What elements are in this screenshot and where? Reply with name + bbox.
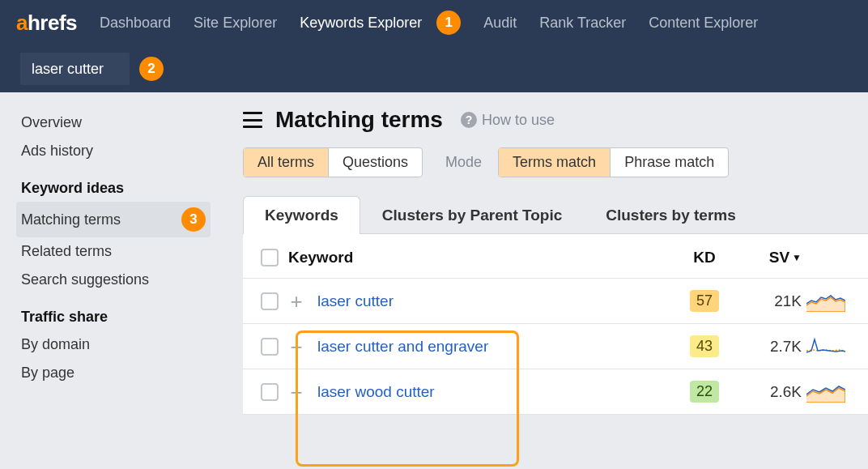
sidebar-item-matching-terms[interactable]: Matching terms 3 (16, 202, 211, 237)
nav-site-explorer[interactable]: Site Explorer (194, 15, 277, 32)
column-kd[interactable]: KD (680, 249, 729, 266)
nav-content-explorer[interactable]: Content Explorer (649, 15, 758, 32)
keyword-link[interactable]: laser cutter and engraver (317, 338, 680, 356)
sidebar-item-label: Matching terms (21, 211, 121, 228)
table-row: + laser cutter 57 21K (243, 279, 868, 324)
help-label: How to use (482, 112, 555, 129)
table-row: + laser cutter and engraver 43 2.7K (243, 324, 868, 369)
filter-terms-match[interactable]: Terms match (499, 148, 610, 177)
table-header-row: Keyword KD SV▼ (243, 234, 868, 279)
nav-rank-tracker[interactable]: Rank Tracker (539, 15, 626, 32)
trend-sparkline (802, 336, 850, 357)
sidebar: Overview Ads history Keyword ideas Match… (0, 92, 220, 469)
sidebar-section-keyword-ideas: Keyword ideas (16, 165, 211, 202)
top-nav-bar: ahrefs Dashboard Site Explorer Keywords … (0, 0, 868, 45)
keyword-link[interactable]: laser wood cutter (317, 383, 680, 401)
sidebar-item-ads-history[interactable]: Ads history (16, 137, 211, 165)
main-nav: Dashboard Site Explorer Keywords Explore… (100, 11, 758, 35)
add-keyword-icon[interactable]: + (287, 337, 306, 356)
mode-label: Mode (436, 154, 485, 171)
column-sv[interactable]: SV▼ (729, 249, 802, 266)
main-content: Matching terms ? How to use All terms Qu… (220, 92, 868, 469)
tab-clusters-parent[interactable]: Clusters by Parent Topic (360, 196, 584, 234)
table-row: + laser wood cutter 22 2.6K (243, 369, 868, 415)
nav-keywords-explorer[interactable]: Keywords Explorer (300, 15, 422, 32)
sidebar-section-traffic-share: Traffic share (16, 294, 211, 330)
how-to-use-link[interactable]: ? How to use (461, 112, 555, 129)
select-all-checkbox[interactable] (261, 249, 279, 266)
sv-value: 2.6K (729, 383, 802, 401)
nav-dashboard[interactable]: Dashboard (100, 15, 171, 32)
sidebar-item-related-terms[interactable]: Related terms (16, 237, 211, 266)
sidebar-item-by-domain[interactable]: By domain (16, 330, 211, 359)
annotation-badge-3: 3 (181, 207, 206, 232)
keyword-link[interactable]: laser cutter (317, 292, 680, 310)
filter-phrase-match[interactable]: Phrase match (610, 148, 728, 177)
sidebar-item-by-page[interactable]: By page (16, 359, 211, 387)
annotation-badge-1: 1 (436, 11, 461, 35)
logo[interactable]: ahrefs (16, 11, 77, 36)
trend-sparkline (802, 291, 850, 312)
trend-sparkline (802, 382, 850, 403)
sort-desc-icon: ▼ (792, 252, 802, 263)
nav-audit[interactable]: Audit (483, 15, 517, 32)
filter-questions[interactable]: Questions (328, 148, 422, 177)
help-icon: ? (461, 112, 477, 128)
row-checkbox[interactable] (261, 383, 279, 401)
sv-value: 21K (729, 292, 802, 310)
tab-clusters-terms[interactable]: Clusters by terms (584, 196, 758, 234)
tab-keywords[interactable]: Keywords (243, 196, 360, 234)
row-checkbox[interactable] (261, 292, 279, 310)
page-title: Matching terms (275, 107, 443, 133)
add-keyword-icon[interactable]: + (287, 292, 306, 311)
annotation-badge-2: 2 (139, 57, 164, 81)
kd-value: 43 (690, 335, 719, 357)
keywords-table: Keyword KD SV▼ + laser cutter 57 21K + (243, 234, 868, 415)
add-keyword-icon[interactable]: + (287, 382, 306, 402)
search-bar: 2 (0, 45, 868, 92)
row-checkbox[interactable] (261, 338, 279, 356)
sidebar-item-overview[interactable]: Overview (16, 109, 211, 137)
sv-value: 2.7K (729, 338, 802, 356)
kd-value: 57 (690, 290, 719, 312)
keyword-search-input[interactable] (20, 53, 130, 85)
mode-filter-group: Terms match Phrase match (498, 147, 729, 177)
filter-all-terms[interactable]: All terms (244, 148, 328, 177)
sidebar-item-search-suggestions[interactable]: Search suggestions (16, 266, 211, 294)
table-tabs: Keywords Clusters by Parent Topic Cluste… (243, 195, 868, 234)
terms-filter-group: All terms Questions (243, 147, 423, 177)
kd-value: 22 (690, 381, 719, 403)
column-keyword[interactable]: Keyword (288, 249, 680, 266)
hamburger-icon[interactable] (243, 112, 262, 128)
